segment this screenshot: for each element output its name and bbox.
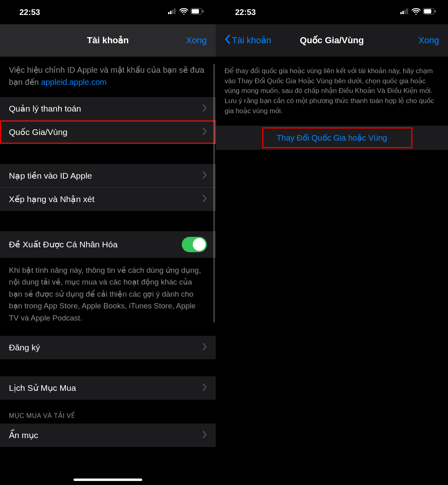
row-change-country[interactable]: Thay Đổi Quốc Gia hoặc Vùng: [216, 126, 448, 150]
chevron-right-icon: [203, 343, 207, 352]
row-label: Quốc Gia/Vùng: [9, 127, 67, 137]
status-time: 22:53: [19, 8, 40, 17]
row-label: Nạp tiền vào ID Apple: [9, 171, 92, 181]
group-funds-ratings: Nạp tiền vào ID Apple Xếp hạng và Nhận x…: [0, 164, 216, 211]
status-bar: 22:53: [0, 0, 216, 24]
group-hidden: Ẩn mục: [0, 424, 216, 447]
svg-rect-9: [404, 10, 406, 14]
row-personalized-recs: Đề Xuất Được Cá Nhân Hóa: [0, 231, 216, 258]
scrollbar-indicator[interactable]: [213, 64, 215, 323]
battery-icon: [191, 8, 204, 16]
personalized-toggle[interactable]: [182, 237, 207, 252]
svg-rect-12: [424, 9, 431, 14]
row-label: Đăng ký: [9, 343, 40, 352]
status-icons: [168, 8, 204, 16]
row-label: Đề Xuất Được Cá Nhân Hóa: [9, 240, 118, 249]
chevron-right-icon: [203, 104, 207, 113]
row-ratings-reviews[interactable]: Xếp hạng và Nhận xét: [0, 188, 216, 211]
chevron-left-icon: [225, 34, 230, 46]
appleid-link[interactable]: appleid.apple.com: [41, 78, 107, 86]
section-header-purchases: MỤC MUA VÀ TẢI VỀ: [0, 400, 216, 424]
wifi-icon: [412, 8, 421, 16]
row-add-funds[interactable]: Nạp tiền vào ID Apple: [0, 164, 216, 188]
row-purchase-history[interactable]: Lịch Sử Mục Mua: [0, 376, 216, 400]
group-payment-country: Quản lý thanh toán Quốc Gia/Vùng: [0, 97, 216, 144]
group-personalized: Đề Xuất Được Cá Nhân Hóa: [0, 231, 216, 258]
status-bar: 22:53: [216, 0, 448, 24]
group-subscriptions: Đăng ký: [0, 336, 216, 359]
personalized-footnote: Khi bật tính năng này, thông tin về cách…: [0, 258, 216, 336]
phone-right: 22:53 Tài khoản Quốc Gia/Vùng: [216, 0, 448, 485]
svg-rect-6: [202, 10, 204, 13]
svg-rect-2: [172, 10, 174, 14]
done-button[interactable]: Xong: [141, 35, 207, 46]
wifi-icon: [179, 8, 188, 16]
chevron-right-icon: [203, 128, 207, 137]
svg-rect-8: [402, 11, 404, 14]
row-subscriptions[interactable]: Đăng ký: [0, 336, 216, 359]
nav-title: Quốc Gia/Vùng: [296, 35, 368, 46]
row-manage-payments[interactable]: Quản lý thanh toán: [0, 97, 216, 120]
nav-header: Tài khoản Quốc Gia/Vùng Xong: [216, 24, 448, 57]
svg-rect-0: [168, 12, 170, 14]
battery-icon: [423, 8, 436, 16]
done-button[interactable]: Xong: [368, 35, 439, 46]
status-time: 22:53: [235, 8, 256, 17]
row-hidden-items[interactable]: Ẩn mục: [0, 424, 216, 447]
row-label: Ẩn mục: [9, 430, 38, 440]
home-indicator[interactable]: [74, 479, 142, 481]
group-purchase-history: Lịch Sử Mục Mua: [0, 376, 216, 400]
highlight-box: [262, 127, 412, 148]
chevron-right-icon: [203, 384, 207, 392]
svg-rect-3: [174, 8, 176, 14]
svg-rect-7: [400, 12, 402, 14]
status-icons: [400, 8, 436, 16]
svg-rect-10: [406, 8, 408, 14]
svg-rect-13: [435, 10, 436, 13]
nav-header: Tài khoản Xong: [0, 24, 216, 57]
chevron-right-icon: [203, 195, 207, 204]
chevron-right-icon: [203, 171, 207, 180]
phone-left: 22:53 Tài khoản Xong Việc hiệu chỉnh ID …: [0, 0, 216, 485]
row-label: Quản lý thanh toán: [9, 104, 81, 114]
signal-icon: [168, 8, 177, 16]
svg-rect-5: [192, 9, 199, 14]
help-text: Để thay đổi quốc gia hoặc vùng liên kết …: [216, 57, 448, 126]
svg-rect-1: [170, 11, 172, 14]
row-label: Lịch Sử Mục Mua: [9, 383, 76, 393]
help-text: Việc hiệu chỉnh ID Apple và mật khẩu của…: [0, 57, 216, 97]
signal-icon: [400, 8, 409, 16]
row-label: Xếp hạng và Nhận xét: [9, 194, 95, 204]
back-button[interactable]: Tài khoản: [225, 34, 271, 46]
row-country-region[interactable]: Quốc Gia/Vùng: [0, 120, 216, 144]
chevron-right-icon: [203, 431, 207, 440]
nav-title: Tài khoản: [75, 35, 141, 46]
back-label: Tài khoản: [232, 35, 271, 46]
